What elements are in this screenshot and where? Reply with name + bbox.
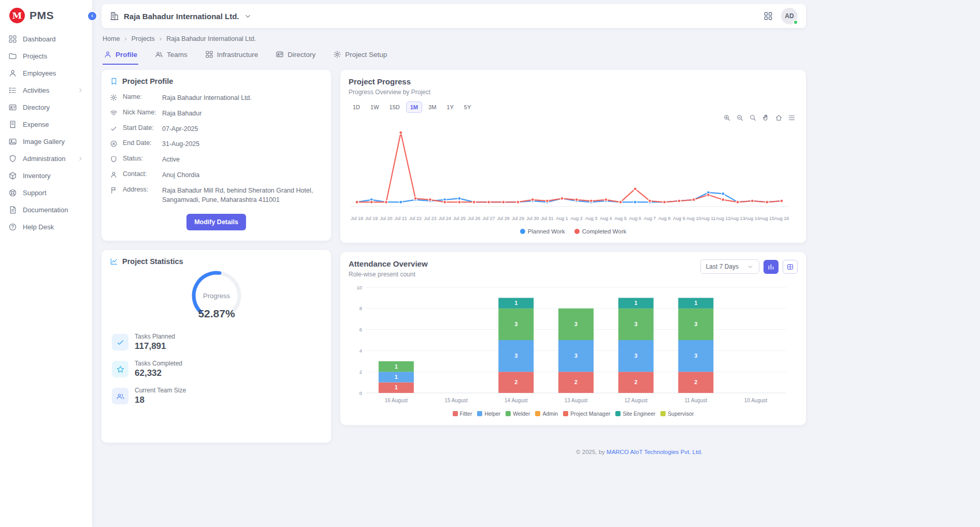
legend-item-completed-work[interactable]: Completed Work (574, 228, 626, 235)
table-view-button[interactable] (783, 260, 798, 274)
check-icon (110, 125, 118, 133)
footer-company-link[interactable]: MARCO AIoT Technologies Pvt. Ltd. (607, 449, 702, 455)
sidebar-item-employees[interactable]: Employees (0, 65, 92, 82)
svg-text:1: 1 (514, 300, 517, 306)
chart-line-icon (110, 257, 118, 266)
svg-text:1: 1 (395, 363, 398, 370)
sidebar-item-administration[interactable]: Administration (0, 150, 92, 167)
image-icon (8, 137, 17, 146)
sidebar-nav: DashboardProjectsEmployeesActivitiesDire… (0, 31, 92, 236)
line-series-planned-work (357, 193, 782, 202)
app-name: PMS (30, 9, 54, 22)
tab-profile[interactable]: Profile (103, 47, 138, 65)
tab-teams[interactable]: Teams (154, 47, 189, 65)
chevron-right-icon (77, 87, 84, 94)
project-progress-chart[interactable]: Jul 18Jul 19Jul 20Jul 21Jul 22Jul 23Jul … (349, 122, 798, 226)
sidebar-item-documentation[interactable]: Documentation (0, 201, 92, 218)
tab-directory[interactable]: Directory (275, 47, 316, 65)
sidebar-item-label: Support (23, 189, 47, 197)
shield-icon (110, 155, 118, 163)
breadcrumb-item[interactable]: Home (103, 35, 120, 42)
svg-text:Jul 19: Jul 19 (365, 216, 378, 221)
tab-project-setup[interactable]: Project Setup (332, 47, 388, 65)
range-button-5y[interactable]: 5Y (460, 101, 475, 113)
days-filter-select[interactable]: Last 7 Days (700, 259, 759, 274)
svg-text:13 August: 13 August (565, 398, 588, 403)
range-button-1y[interactable]: 1Y (442, 101, 457, 113)
range-button-15d[interactable]: 15D (385, 101, 404, 113)
idcard-icon (8, 103, 17, 112)
breadcrumb-separator-icon: › (124, 35, 126, 42)
idcard-icon (276, 50, 284, 58)
field-value: Active (162, 155, 180, 165)
app-root: M PMS DashboardProjectsEmployeesActiviti… (0, 0, 980, 527)
svg-text:Aug 5: Aug 5 (614, 216, 627, 221)
svg-text:Aug 11: Aug 11 (701, 216, 716, 221)
sidebar-item-activities[interactable]: Activities (0, 82, 92, 99)
legend-item-fitter[interactable]: Fitter (453, 411, 472, 417)
breadcrumb-item[interactable]: Projects (132, 35, 155, 42)
svg-text:Jul 27: Jul 27 (482, 216, 495, 221)
svg-text:3: 3 (635, 353, 638, 359)
range-button-1d[interactable]: 1D (349, 101, 364, 113)
sidebar-item-inventory[interactable]: Inventory (0, 167, 92, 184)
selection-zoom-icon[interactable] (749, 114, 757, 122)
chevron-right-icon (77, 155, 84, 162)
sidebar-item-label: Inventory (23, 172, 50, 180)
range-button-3m[interactable]: 3M (424, 101, 440, 113)
pan-icon[interactable] (762, 114, 770, 122)
legend-item-site-engineer[interactable]: Site Engineer (615, 411, 655, 417)
attendance-legend: FitterHelperWelderAdminProject ManagerSi… (349, 411, 798, 417)
stat-value: 62,332 (135, 368, 182, 378)
legend-item-supervisor[interactable]: Supervisor (660, 411, 694, 417)
range-button-1w[interactable]: 1W (366, 101, 383, 113)
zoom-in-icon[interactable] (723, 114, 731, 122)
chart-menu-icon[interactable] (788, 114, 796, 122)
sidebar-collapse-button[interactable]: ‹ (87, 11, 97, 21)
grid-icon (8, 35, 17, 43)
legend-item-helper[interactable]: Helper (477, 411, 500, 417)
sidebar: M PMS DashboardProjectsEmployeesActiviti… (0, 0, 92, 527)
range-button-1m[interactable]: 1M (406, 101, 422, 113)
svg-text:1: 1 (635, 300, 638, 306)
legend-item-planned-work[interactable]: Planned Work (520, 228, 565, 235)
sidebar-item-support[interactable]: Support (0, 184, 92, 201)
receipt-icon (8, 120, 17, 129)
gauge-value: 52.87% (198, 308, 235, 319)
avatar[interactable]: AD (781, 8, 798, 24)
main-content: Raja Bahadur International Ltd. AD Home›… (92, 0, 980, 527)
svg-text:Jul 24: Jul 24 (439, 216, 451, 221)
legend-item-admin[interactable]: Admin (535, 411, 558, 417)
tab-infrastructure[interactable]: Infrastructure (204, 47, 260, 65)
profile-field-address: Address:Raja Bahadur Mill Rd, behind She… (110, 186, 323, 206)
reset-zoom-icon[interactable] (775, 114, 783, 122)
modify-details-button[interactable]: Modify Details (186, 214, 246, 230)
sidebar-item-expense[interactable]: Expense (0, 116, 92, 133)
profile-field-contact: Contact:Anuj Chordia (110, 170, 323, 180)
sidebar-item-dashboard[interactable]: Dashboard (0, 31, 92, 48)
legend-item-welder[interactable]: Welder (506, 411, 530, 417)
svg-text:2: 2 (635, 379, 638, 385)
sidebar-item-image-gallery[interactable]: Image Gallery (0, 133, 92, 150)
stat-current-team-size: Current Team Size18 (112, 387, 321, 405)
sidebar-item-directory[interactable]: Directory (0, 99, 92, 116)
sidebar-item-projects[interactable]: Projects (0, 48, 92, 65)
company-selector[interactable]: Raja Bahadur International Ltd. (110, 11, 252, 21)
attendance-chart[interactable]: 024681011116 August15 August233114 Augus… (349, 282, 798, 408)
zoom-out-icon[interactable] (736, 114, 744, 122)
svg-text:Jul 21: Jul 21 (395, 216, 407, 221)
svg-text:Jul 20: Jul 20 (380, 216, 393, 221)
svg-text:6: 6 (359, 327, 362, 332)
bar-view-button[interactable] (763, 260, 779, 274)
field-value: Raja Bahadur International Ltd. (162, 93, 252, 103)
sidebar-item-label: Activities (23, 86, 49, 94)
bar-chart-icon (767, 263, 775, 271)
app-logo[interactable]: M PMS (0, 0, 92, 31)
svg-text:14 August: 14 August (505, 398, 528, 403)
sidebar-item-help-desk[interactable]: Help Desk (0, 218, 92, 236)
svg-text:Aug 1: Aug 1 (556, 216, 568, 221)
svg-text:Aug 15: Aug 15 (759, 216, 774, 221)
apps-grid-button[interactable] (763, 11, 773, 21)
svg-text:3: 3 (635, 321, 638, 327)
legend-item-project-manager[interactable]: Project Manager (563, 411, 610, 417)
